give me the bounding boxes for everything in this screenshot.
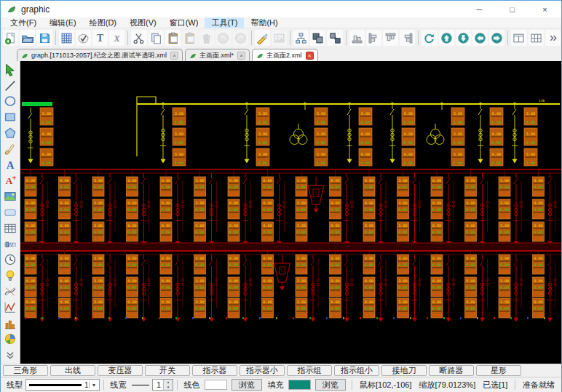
minimize-button[interactable]: ─ <box>463 1 496 17</box>
maximize-button[interactable]: □ <box>496 1 529 17</box>
cascade-windows-icon[interactable] <box>529 30 544 46</box>
outgoing-line-button[interactable]: 出线 <box>50 365 95 376</box>
rectangle-tool[interactable] <box>1 109 19 125</box>
paste-icon[interactable] <box>165 30 181 46</box>
indicator-group-button[interactable]: 指示组 <box>287 365 332 376</box>
save-file-icon[interactable] <box>36 30 52 46</box>
indicator-button[interactable]: 指示器 <box>192 365 237 376</box>
menu-edit[interactable]: 编辑(E) <box>43 17 83 28</box>
copy-icon[interactable] <box>149 30 164 46</box>
svg-text:0.00: 0.00 <box>466 191 475 196</box>
ungroup-icon[interactable] <box>327 30 342 46</box>
menu-window[interactable]: 窗口(W) <box>163 17 205 28</box>
schematic-canvas[interactable]: 11B0.000.000.000.000.000.003.003.003.003… <box>20 61 561 364</box>
line-chart-tool[interactable] <box>1 300 19 316</box>
ready-status: 准备就绪 <box>523 380 555 391</box>
transformer-button[interactable]: 变压器 <box>98 365 143 376</box>
text-icon[interactable]: T <box>92 30 108 46</box>
bulb-tool[interactable] <box>1 268 19 284</box>
align-bottom-icon[interactable] <box>349 30 365 46</box>
more-toolbar-icon[interactable] <box>545 30 561 46</box>
ground-knife-button[interactable]: 接地刀 <box>381 365 427 376</box>
svg-text:3.00: 3.00 <box>195 269 205 273</box>
spinner-buttons[interactable]: ▴▾ <box>163 380 173 390</box>
fill-color-swatch[interactable] <box>288 380 310 390</box>
svg-text:3.00: 3.00 <box>526 111 536 116</box>
apply-check-icon[interactable] <box>76 30 91 46</box>
move-left-icon[interactable] <box>472 30 488 46</box>
image-tool[interactable] <box>1 188 19 204</box>
svg-text:0.00: 0.00 <box>404 161 413 165</box>
text-tool[interactable]: A <box>1 157 19 173</box>
hierarchy-icon[interactable] <box>293 30 309 46</box>
slider-tool[interactable] <box>1 236 19 252</box>
svg-text:0.00: 0.00 <box>94 230 103 234</box>
ellipse-tool[interactable] <box>1 94 19 110</box>
cut-icon[interactable] <box>131 30 146 46</box>
button-tool[interactable] <box>1 204 19 220</box>
line-type-select[interactable]: 1 ▾ <box>25 379 100 391</box>
svg-text:3.00: 3.00 <box>94 223 103 228</box>
tab-close-icon[interactable]: × <box>306 52 314 60</box>
text-plus-tool[interactable]: A+ <box>1 173 19 189</box>
tab-main-view-2[interactable]: 主画面2.xml× <box>252 49 318 61</box>
menu-view[interactable]: 视图(V) <box>123 17 163 28</box>
svg-text:0.00: 0.00 <box>60 306 69 311</box>
tab-close-icon[interactable]: × <box>170 52 178 60</box>
move-down-icon[interactable] <box>456 30 471 46</box>
more-tools[interactable] <box>1 347 19 363</box>
svg-text:0.00: 0.00 <box>162 313 171 317</box>
curve-chart-tool[interactable] <box>1 284 19 300</box>
fill-browse-button[interactable]: 浏览 <box>315 379 347 391</box>
align-top-icon[interactable] <box>383 30 398 46</box>
menu-draw[interactable]: 绘图(D) <box>83 17 123 28</box>
pie-chart-tool[interactable] <box>1 332 19 348</box>
align-right-icon[interactable] <box>400 30 415 46</box>
svg-text:0.00: 0.00 <box>432 185 442 189</box>
bar-chart-tool[interactable] <box>1 316 19 332</box>
edit-properties-icon[interactable] <box>255 30 270 46</box>
tab-label: 主画面.xml* <box>199 51 234 60</box>
svg-text:3.00: 3.00 <box>175 132 184 136</box>
line-tool[interactable] <box>1 78 19 94</box>
refresh-icon[interactable] <box>422 30 437 46</box>
tab-graph-171013[interactable]: graph.[171013-2057].纪念之图.测试半透明.xml× <box>17 49 183 61</box>
move-up-icon[interactable] <box>439 30 454 46</box>
paste-special-icon <box>182 30 197 46</box>
svg-text:3.00: 3.00 <box>297 201 306 205</box>
svg-text:0.00: 0.00 <box>361 161 371 165</box>
align-left-icon[interactable] <box>366 30 381 46</box>
tile-windows-icon[interactable] <box>511 30 526 46</box>
star-button[interactable]: 星形 <box>476 365 521 376</box>
line-color-swatch[interactable] <box>205 380 226 390</box>
tab-close-icon[interactable]: × <box>237 52 245 60</box>
svg-text:3.00: 3.00 <box>500 269 510 273</box>
spin-down-icon[interactable]: ▾ <box>164 385 173 390</box>
clock-tool[interactable] <box>1 252 19 268</box>
shuttlecock-tool[interactable] <box>1 141 19 157</box>
menu-file[interactable]: 文件(F) <box>4 17 43 28</box>
line-color-browse-button[interactable]: 浏览 <box>231 379 263 391</box>
line-width-spinner[interactable]: 1 ▴▾ <box>152 379 173 391</box>
polygon-tool[interactable] <box>1 125 19 141</box>
triangle-button[interactable]: 三角形 <box>3 365 48 376</box>
delete-text-icon[interactable]: X <box>109 30 124 46</box>
close-button[interactable]: × <box>529 1 561 17</box>
tab-main-view[interactable]: 主画面.xml*× <box>185 49 250 61</box>
breaker-button[interactable]: 断路器 <box>429 365 474 376</box>
indicator-group-small-button[interactable]: 指示组小 <box>334 365 379 376</box>
svg-text:0.00: 0.00 <box>331 285 340 289</box>
open-file-icon[interactable] <box>20 30 35 46</box>
move-right-icon[interactable] <box>489 30 504 46</box>
spin-up-icon[interactable]: ▴ <box>164 380 173 385</box>
switch-button[interactable]: 开关 <box>145 365 190 376</box>
grid-icon[interactable] <box>59 30 74 46</box>
new-file-icon[interactable] <box>3 30 18 46</box>
indicator-small-button[interactable]: 指示器小 <box>240 365 285 376</box>
group-icon[interactable] <box>310 30 325 46</box>
select-tool[interactable] <box>1 62 19 78</box>
menu-help[interactable]: 帮助(H) <box>244 17 284 28</box>
menu-tools[interactable]: 工具(T) <box>205 17 244 28</box>
svg-text:3.00: 3.00 <box>500 201 510 205</box>
table-tool[interactable] <box>1 220 19 236</box>
